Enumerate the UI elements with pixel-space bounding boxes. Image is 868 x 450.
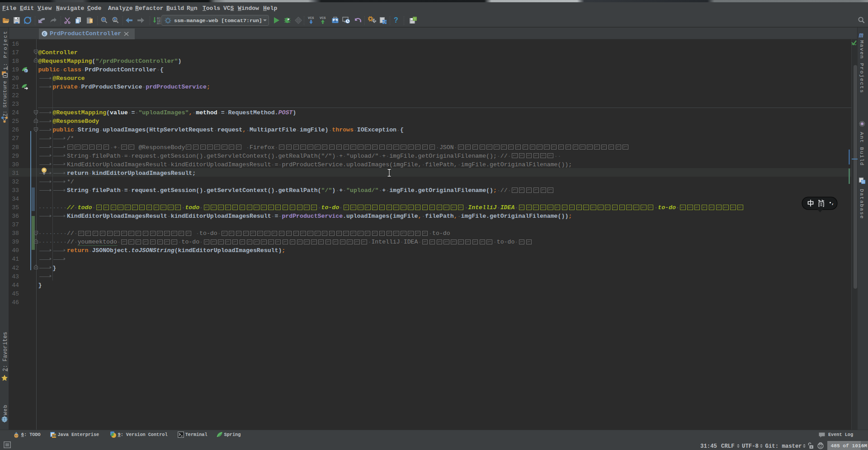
svg-text:A: A bbox=[113, 19, 116, 23]
svg-text:EE: EE bbox=[52, 434, 57, 438]
svg-text:C: C bbox=[43, 32, 46, 37]
svg-text:VCS: VCS bbox=[320, 16, 326, 20]
svg-text:VCS: VCS bbox=[308, 16, 314, 20]
svg-text:C: C bbox=[25, 69, 27, 72]
svg-text:01: 01 bbox=[157, 22, 160, 24]
